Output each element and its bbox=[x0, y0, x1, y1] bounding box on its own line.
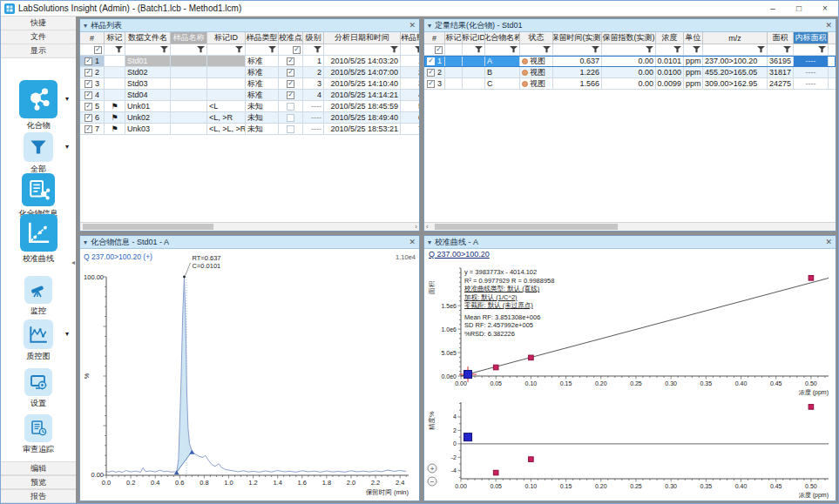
filter-cell-vial[interactable] bbox=[401, 44, 419, 56]
cell-level[interactable]: 4 bbox=[303, 90, 324, 101]
filter-funnel-icon[interactable] bbox=[543, 46, 551, 53]
filter-cell-area[interactable] bbox=[768, 44, 794, 56]
collapse-icon[interactable]: ▾ bbox=[428, 22, 431, 30]
column-header-rt[interactable]: 保留时间(实测) bbox=[553, 32, 602, 44]
chevron-down-icon[interactable]: ▾ bbox=[65, 95, 69, 103]
cell-istd_area[interactable]: ---- bbox=[794, 67, 829, 78]
sidebar-bottom-section-1[interactable]: 预览 bbox=[1, 475, 76, 489]
filter-cell-rt[interactable] bbox=[553, 44, 602, 56]
cell-name[interactable] bbox=[171, 90, 207, 101]
panel-close-icon[interactable]: ✕ bbox=[409, 238, 416, 246]
cell-mark[interactable] bbox=[445, 78, 463, 90]
cell-datetime[interactable]: 2010/5/25 14:03:20 bbox=[324, 56, 401, 67]
cell-rt[interactable]: 0.637 bbox=[553, 56, 602, 67]
cell-name[interactable] bbox=[171, 101, 207, 112]
cell-name[interactable] bbox=[171, 124, 207, 135]
cell-file[interactable]: Std03 bbox=[125, 78, 171, 90]
calibration-point-checkbox[interactable]: ✓ bbox=[287, 91, 294, 99]
collapse-icon[interactable]: ▾ bbox=[428, 239, 431, 246]
filter-cell-num[interactable]: ✓ bbox=[424, 44, 445, 56]
cell-mark[interactable]: ⚑ bbox=[105, 124, 125, 135]
cell-mark_id[interactable] bbox=[207, 67, 246, 78]
cell-mark[interactable] bbox=[445, 67, 463, 78]
filter-cell-level[interactable] bbox=[303, 44, 324, 56]
cell-datetime[interactable]: 2010/5/25 14:14:21 bbox=[324, 90, 401, 101]
column-header-mark[interactable]: 标记 bbox=[445, 32, 463, 44]
filter-funnel-icon[interactable] bbox=[268, 46, 276, 53]
filter-funnel-icon[interactable] bbox=[415, 46, 419, 53]
filter-cell-type[interactable] bbox=[246, 44, 279, 56]
cell-mark[interactable]: ⚑ bbox=[105, 112, 125, 124]
cell-pad[interactable] bbox=[829, 67, 836, 78]
cell-vial[interactable]: 7 bbox=[401, 124, 419, 135]
cell-istd_area[interactable]: ---- bbox=[794, 78, 829, 90]
filter-funnel-icon[interactable] bbox=[673, 46, 681, 53]
sidebar-bottom-section-2[interactable]: 报告 bbox=[1, 489, 76, 503]
filter-funnel-icon[interactable] bbox=[510, 46, 518, 53]
cell-num[interactable]: ✓1 bbox=[424, 56, 445, 67]
cell-istd_area[interactable]: ---- bbox=[794, 56, 829, 67]
cell-rt[interactable]: 1.566 bbox=[553, 78, 602, 90]
cell-cal[interactable]: ✓ bbox=[279, 67, 303, 78]
row-checkbox[interactable]: ✓ bbox=[85, 114, 92, 122]
cell-mark_id[interactable] bbox=[207, 56, 246, 67]
cell-level[interactable]: ---- bbox=[303, 112, 324, 124]
cell-conc[interactable]: 0.0099 bbox=[656, 78, 684, 90]
column-header-pad[interactable] bbox=[829, 32, 836, 44]
cell-level[interactable]: 3 bbox=[303, 78, 324, 90]
cell-type[interactable]: 标准 bbox=[246, 90, 279, 101]
quant-row-3[interactable]: ✓3C视图1.5660.000.0099ppm309.00>162.952427… bbox=[424, 78, 836, 90]
cell-unit[interactable]: ppm bbox=[684, 67, 703, 78]
cell-mz[interactable]: 237.00>100.20 bbox=[703, 56, 768, 67]
cell-unit[interactable]: ppm bbox=[684, 56, 703, 67]
sidebar-tool-化合物信息[interactable]: 化合物信息 bbox=[1, 173, 76, 219]
cell-ri[interactable]: 0.00 bbox=[602, 67, 656, 78]
column-header-unit[interactable]: 单位 bbox=[684, 32, 703, 44]
cell-ri[interactable]: 0.00 bbox=[602, 56, 656, 67]
cell-mark[interactable]: ⚑ bbox=[105, 101, 125, 112]
cell-num[interactable]: ✓5 bbox=[80, 101, 105, 112]
filter-cell-mark[interactable] bbox=[105, 44, 125, 56]
cell-mz[interactable]: 309.00>162.95 bbox=[703, 78, 768, 90]
calibration-point-checkbox[interactable]: ✓ bbox=[287, 69, 294, 77]
cell-level[interactable]: 1 bbox=[303, 56, 324, 67]
quant-table-hscrollbar[interactable]: ‹ bbox=[424, 222, 836, 231]
row-checkbox[interactable]: ✓ bbox=[85, 103, 92, 111]
cell-num[interactable]: ✓2 bbox=[424, 67, 445, 78]
sidebar-tool-审查追踪[interactable]: 审查追踪 bbox=[1, 414, 76, 455]
filter-funnel-icon[interactable] bbox=[693, 46, 700, 53]
filter-cell-compound[interactable] bbox=[485, 44, 520, 56]
filter-funnel-icon[interactable] bbox=[197, 46, 205, 53]
filter-funnel-icon[interactable] bbox=[314, 46, 321, 53]
cell-conc[interactable]: 0.0101 bbox=[656, 56, 684, 67]
sidebar-section-0[interactable]: 快捷 bbox=[1, 17, 76, 30]
cell-compound[interactable]: A bbox=[485, 56, 520, 67]
calibration-point-checkbox[interactable] bbox=[287, 103, 294, 111]
cell-type[interactable]: 未知 bbox=[246, 101, 279, 112]
cell-num[interactable]: ✓3 bbox=[424, 78, 445, 90]
cell-unit[interactable]: ppm bbox=[684, 78, 703, 90]
sidebar-tool-校准曲线[interactable]: 校准曲线 bbox=[1, 214, 76, 265]
column-header-mark[interactable]: 标记 bbox=[105, 32, 125, 44]
cell-level[interactable]: 2 bbox=[303, 67, 324, 78]
sample-row-4[interactable]: ✓4Std04标准✓42010/5/25 14:14:2141 bbox=[80, 90, 419, 101]
cell-file[interactable]: Unk01 bbox=[125, 101, 171, 112]
sidebar-tool-监控[interactable]: 监控 bbox=[1, 276, 76, 317]
filter-cell-num[interactable]: ✓ bbox=[80, 44, 105, 56]
column-header-istd_area[interactable]: 内标面积 bbox=[794, 32, 829, 44]
row-checkbox[interactable]: ✓ bbox=[427, 69, 435, 77]
cell-cal[interactable] bbox=[279, 112, 303, 124]
transition-link[interactable]: Q 237.00>100.20 bbox=[429, 250, 490, 259]
cell-area[interactable]: 36195 bbox=[768, 56, 794, 67]
collapse-icon[interactable]: ▾ bbox=[84, 22, 87, 30]
filter-funnel-icon[interactable] bbox=[646, 46, 653, 53]
cell-ri[interactable]: 0.00 bbox=[602, 78, 656, 90]
cell-type[interactable]: 标准 bbox=[246, 56, 279, 67]
cell-mark_id[interactable] bbox=[463, 56, 485, 67]
cell-area[interactable]: 24275 bbox=[768, 78, 794, 90]
cell-cal[interactable]: ✓ bbox=[279, 78, 303, 90]
filter-funnel-icon[interactable] bbox=[783, 46, 791, 53]
cell-name[interactable] bbox=[171, 67, 207, 78]
filter-cell-conc[interactable] bbox=[656, 44, 684, 56]
cell-type[interactable]: 标准 bbox=[246, 67, 279, 78]
